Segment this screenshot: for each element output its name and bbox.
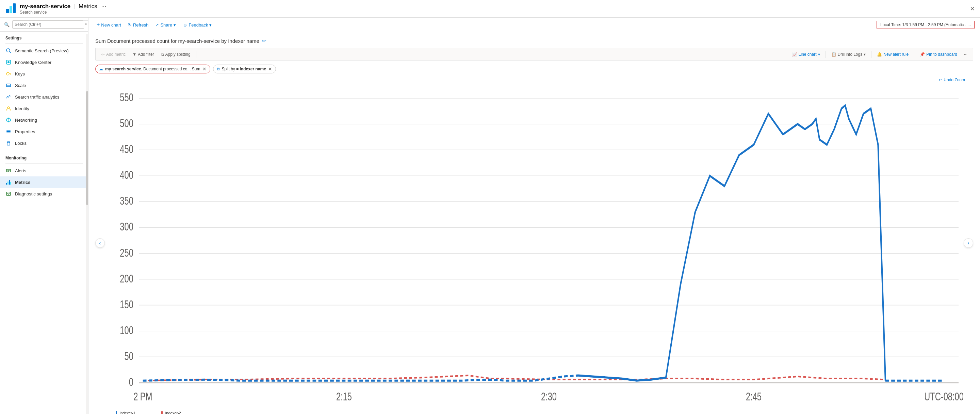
- split-pill-close[interactable]: ✕: [268, 66, 272, 72]
- top-toolbar: + New chart ↻ Refresh ↗ Share ▾ ☺ Feedba…: [89, 17, 980, 32]
- chart-container: Sum Document processed count for my-sear…: [89, 32, 980, 414]
- app-name: my-search-service: [20, 3, 70, 10]
- undo-zoom-button[interactable]: ↩ Undo Zoom: [939, 78, 965, 82]
- refresh-icon: ↻: [128, 22, 132, 27]
- sidebar-item-label: Identity: [15, 106, 29, 111]
- sidebar-item-metrics[interactable]: Metrics: [0, 176, 88, 188]
- sidebar-item-label: Properties: [15, 129, 35, 134]
- feedback-button[interactable]: ☺ Feedback ▾: [180, 21, 215, 29]
- title-text-group: my-search-service | Metrics ··· Search s…: [20, 3, 106, 14]
- chart-nav-left[interactable]: ‹: [95, 238, 105, 248]
- sidebar-item-label: Metrics: [15, 180, 30, 185]
- sidebar-item-semantic-search[interactable]: Semantic Search (Preview): [0, 45, 88, 56]
- subtitle: Search service: [20, 10, 106, 14]
- filter-pills: ☁ my-search-service. Document processed …: [95, 65, 973, 73]
- svg-rect-26: [6, 192, 11, 195]
- share-label: Share: [160, 22, 172, 27]
- sidebar-item-locks[interactable]: Locks: [0, 137, 88, 149]
- legend-text-indexer1: indexer-1 my-search-service 4.98 k: [120, 411, 150, 414]
- chart-title-text: Sum Document processed count for my-sear…: [95, 38, 259, 44]
- split-pill[interactable]: ⧉ Split by = Indexer name ✕: [213, 65, 276, 73]
- svg-rect-25: [10, 182, 11, 184]
- filter-icon: ▼: [132, 52, 137, 57]
- sidebar-item-properties[interactable]: Properties: [0, 126, 88, 137]
- chart-toolbar-right: 📈 Line chart ▾ 📋 Drill into Logs ▾ �: [789, 51, 970, 58]
- sidebar-item-label: Diagnostic settings: [15, 191, 52, 197]
- svg-point-6: [8, 61, 10, 63]
- svg-rect-24: [9, 180, 10, 184]
- more-options-button[interactable]: ···: [961, 51, 970, 58]
- sidebar-item-alerts[interactable]: Alerts: [0, 165, 88, 176]
- svg-line-4: [10, 52, 11, 53]
- identity-icon: [5, 105, 11, 111]
- line-chart-icon: 📈: [792, 52, 797, 57]
- refresh-button[interactable]: ↻ Refresh: [125, 21, 151, 29]
- legend-text-indexer2: indexer-2 my-search-service 49: [165, 411, 196, 414]
- search-input[interactable]: [12, 21, 84, 29]
- feedback-chevron-icon: ▾: [209, 22, 212, 27]
- svg-text:0: 0: [129, 376, 134, 388]
- collapse-sidebar-button[interactable]: «: [83, 21, 89, 27]
- add-metric-button[interactable]: ⊹ Add metric: [98, 50, 128, 58]
- svg-rect-15: [6, 130, 11, 130]
- metrics-icon: [5, 179, 11, 185]
- sidebar-item-search-traffic[interactable]: Search traffic analytics: [0, 91, 88, 103]
- svg-point-7: [6, 72, 9, 75]
- chart-nav-right[interactable]: ›: [964, 238, 973, 248]
- alerts-icon: [5, 168, 11, 174]
- svg-rect-16: [6, 131, 11, 132]
- feedback-label: Feedback: [189, 22, 208, 27]
- edit-title-icon[interactable]: ✏: [262, 38, 266, 44]
- svg-text:500: 500: [120, 117, 133, 130]
- chart-legend: indexer-1 my-search-service 4.98 k inde: [95, 409, 973, 414]
- svg-rect-2: [13, 3, 16, 13]
- sidebar-item-networking[interactable]: Networking: [0, 114, 88, 126]
- sidebar-item-identity[interactable]: Identity: [0, 103, 88, 114]
- cloud-icon: ☁: [99, 67, 103, 71]
- toolbar-separator-3: [871, 51, 872, 58]
- split-pill-icon: ⧉: [217, 67, 220, 71]
- locks-icon: [5, 140, 11, 146]
- sidebar-item-diagnostic[interactable]: Diagnostic settings: [0, 188, 88, 200]
- legend-color-indexer2: [161, 411, 163, 414]
- close-button[interactable]: ×: [970, 5, 975, 13]
- new-chart-button[interactable]: + New chart: [94, 21, 124, 29]
- share-chevron-icon: ▾: [173, 22, 176, 27]
- sidebar-item-keys[interactable]: Keys: [0, 68, 88, 79]
- share-button[interactable]: ↗ Share ▾: [153, 21, 179, 29]
- line-chart-chevron: ▾: [818, 52, 820, 57]
- svg-text:250: 250: [120, 246, 133, 259]
- search-icon: 🔍: [4, 22, 10, 27]
- sidebar-item-scale[interactable]: Scale: [0, 79, 88, 91]
- metric-pill-close[interactable]: ✕: [202, 66, 207, 72]
- chart-title: Sum Document processed count for my-sear…: [95, 38, 973, 44]
- time-picker[interactable]: Local Time: 1/3 1:59 PM - 2:59 PM (Autom…: [877, 21, 975, 29]
- metric-pill[interactable]: ☁ my-search-service. Document processed …: [95, 65, 210, 73]
- metric-pill-text: my-search-service. Document processed co…: [105, 67, 200, 71]
- line-chart-button[interactable]: 📈 Line chart ▾: [789, 51, 823, 58]
- more-options-dots[interactable]: ···: [101, 3, 106, 10]
- sidebar-item-knowledge-center[interactable]: Knowledge Center: [0, 56, 88, 68]
- refresh-label: Refresh: [133, 22, 149, 27]
- pin-to-dashboard-button[interactable]: 📌 Pin to dashboard: [917, 51, 960, 58]
- toolbar-separator-1: [196, 51, 196, 58]
- drill-into-logs-button[interactable]: 📋 Drill into Logs ▾: [829, 51, 869, 58]
- svg-text:2:45: 2:45: [746, 390, 762, 403]
- diagnostic-icon: [5, 191, 11, 197]
- svg-text:550: 550: [120, 91, 133, 104]
- svg-text:UTC-08:00: UTC-08:00: [924, 390, 964, 403]
- add-filter-button[interactable]: ▼ Add filter: [130, 51, 156, 58]
- add-metric-label: Add metric: [106, 52, 126, 57]
- apply-splitting-label: Apply splitting: [165, 52, 191, 57]
- undo-icon: ↩: [939, 78, 942, 82]
- new-alert-rule-button[interactable]: 🔔 New alert rule: [874, 51, 911, 58]
- chart-area: ↩ Undo Zoom ‹ ›: [95, 78, 973, 409]
- svg-rect-0: [6, 9, 9, 13]
- split-icon: ⧉: [161, 52, 164, 57]
- legend-color-indexer1: [116, 411, 117, 414]
- chart-toolbar: ⊹ Add metric ▼ Add filter ⧉ Apply splitt…: [95, 48, 973, 60]
- chart-svg: 550 500 450 400 350 300 250 200 150 100 …: [95, 78, 973, 409]
- sidebar-item-label: Semantic Search (Preview): [15, 48, 69, 53]
- title-separator: |: [74, 3, 75, 10]
- apply-splitting-button[interactable]: ⧉ Apply splitting: [158, 51, 193, 58]
